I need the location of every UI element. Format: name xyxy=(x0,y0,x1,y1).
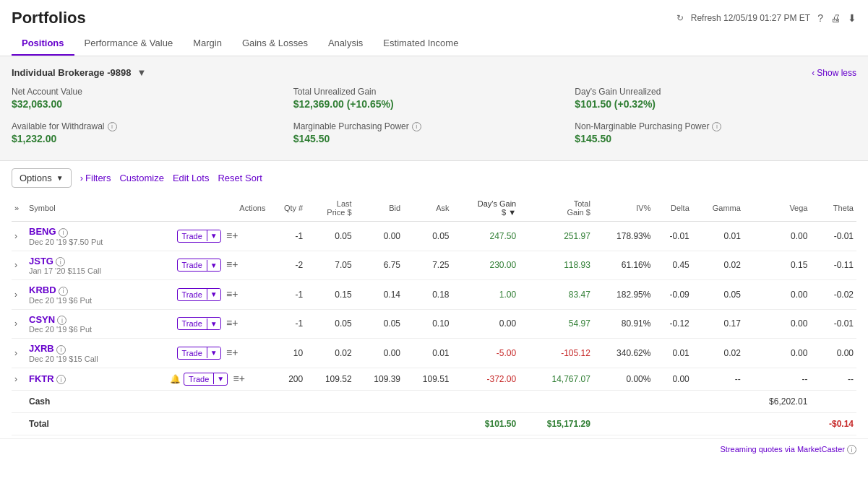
row-expand-btn[interactable]: › xyxy=(12,368,26,390)
gamma-cell: 0.02 xyxy=(692,339,744,368)
cash-expand xyxy=(12,390,26,412)
gamma-cell: 0.17 xyxy=(692,309,744,339)
bid-cell: 0.00 xyxy=(355,222,403,251)
symbol-name[interactable]: KRBD xyxy=(29,285,56,295)
add-order-icon[interactable]: ≡+ xyxy=(233,373,245,384)
help-icon[interactable]: ? xyxy=(817,12,823,24)
col-header-qty: Qty # xyxy=(268,195,306,222)
nav-tab-gains[interactable]: Gains & Losses xyxy=(232,32,318,56)
reset-sort-button[interactable]: Reset Sort xyxy=(218,173,262,183)
row-expand-btn[interactable]: › xyxy=(12,251,26,280)
metric-info-icon-withdrawal[interactable]: i xyxy=(108,122,117,131)
row-expand-btn[interactable]: › xyxy=(12,309,26,339)
nav-tab-income[interactable]: Estimated Income xyxy=(373,32,468,56)
add-order-icon[interactable]: ≡+ xyxy=(226,230,238,241)
total-expand xyxy=(12,412,26,435)
download-icon[interactable]: ⬇ xyxy=(848,12,856,24)
symbol-info-icon[interactable]: i xyxy=(56,257,65,266)
symbol-name[interactable]: JSTG xyxy=(29,256,53,266)
delta-cell: 0.00 xyxy=(653,368,692,390)
cash-tg xyxy=(519,390,593,412)
trade-button[interactable]: Trade▼ xyxy=(177,288,221,301)
footer-info-icon[interactable]: i xyxy=(847,445,856,454)
nav-tab-margin[interactable]: Margin xyxy=(183,32,232,56)
trade-button[interactable]: Trade▼ xyxy=(177,230,221,243)
footer-label[interactable]: Streaming quotes via MarketCaster xyxy=(721,445,845,454)
iv-cell: 61.16% xyxy=(593,251,654,280)
metric-marginable: Marginable Purchasing Poweri$145.50 xyxy=(293,121,575,144)
ask-cell: 0.01 xyxy=(403,339,452,368)
add-order-icon[interactable]: ≡+ xyxy=(226,259,238,270)
metric-withdrawal: Available for Withdrawali$1,232.00 xyxy=(12,121,293,144)
ask-cell: 0.18 xyxy=(403,280,452,310)
trade-button[interactable]: Trade▼ xyxy=(177,317,221,330)
metric-value-nav: $32,063.00 xyxy=(12,98,279,110)
nav-tab-positions[interactable]: Positions xyxy=(12,32,74,56)
total-dg: $101.50 xyxy=(452,412,519,435)
add-order-icon[interactable]: ≡+ xyxy=(226,347,238,358)
filters-button[interactable]: › Filters xyxy=(80,173,111,183)
theta-cell: -0.11 xyxy=(810,251,856,280)
symbol-info-icon[interactable]: i xyxy=(57,316,66,325)
edit-lots-button[interactable]: Edit Lots xyxy=(173,173,210,183)
show-less-button[interactable]: Show less xyxy=(817,68,856,78)
nav-tab-performance[interactable]: Performance & Value xyxy=(74,32,184,56)
add-order-icon[interactable]: ≡+ xyxy=(226,317,238,329)
trade-button[interactable]: Trade▼ xyxy=(177,259,221,272)
symbol-name[interactable]: BENG xyxy=(29,226,56,237)
cash-dg xyxy=(452,390,519,412)
delta-cell: -0.12 xyxy=(653,309,692,339)
trade-button[interactable]: Trade▼ xyxy=(184,373,228,386)
row-expand-btn[interactable]: › xyxy=(12,280,26,310)
ask-cell: 0.05 xyxy=(403,222,452,251)
gamma-cell: 0.05 xyxy=(692,280,744,310)
row-expand-btn[interactable]: › xyxy=(12,222,26,251)
trade-button[interactable]: Trade▼ xyxy=(177,347,221,360)
metric-info-icon-marginable[interactable]: i xyxy=(412,122,421,131)
symbol-name[interactable]: FKTR xyxy=(29,373,54,384)
metric-label-marginable: Marginable Purchasing Poweri xyxy=(293,121,561,131)
add-order-icon[interactable]: ≡+ xyxy=(226,288,238,300)
total-ask xyxy=(403,412,452,435)
vega-cell: 0.00 xyxy=(744,222,811,251)
days-gain-cell: -5.00 xyxy=(452,339,519,368)
iv-cell: 182.95% xyxy=(593,280,654,310)
bid-cell: 0.00 xyxy=(355,339,403,368)
table-row: ›JSTG iJan 17 '20 $115 CallTrade▼ ≡+-27.… xyxy=(12,251,856,280)
total-qty xyxy=(268,412,306,435)
col-header-actions: Actions xyxy=(147,195,269,222)
actions-cell: 🔔Trade▼ ≡+ xyxy=(147,368,269,390)
cash-row: Cash $6,202.01 xyxy=(12,390,856,412)
row-expand-btn[interactable]: › xyxy=(12,339,26,368)
print-icon[interactable]: 🖨 xyxy=(830,12,841,24)
options-select[interactable]: Options ▼ xyxy=(12,168,72,188)
symbol-info-icon[interactable]: i xyxy=(56,345,66,355)
bid-cell: 0.14 xyxy=(355,280,403,310)
last-price-cell: 0.02 xyxy=(306,339,354,368)
symbol-info-icon[interactable]: i xyxy=(59,287,68,296)
total-tg: $15,171.29 xyxy=(519,412,593,435)
metric-label-unrealized: Total Unrealized Gain xyxy=(293,87,561,97)
qty-cell: -1 xyxy=(268,309,306,339)
delta-cell: 0.45 xyxy=(653,251,692,280)
symbol-name[interactable]: CSYN xyxy=(29,314,55,325)
symbol-info-icon[interactable]: i xyxy=(56,375,66,384)
symbol-info-icon[interactable]: i xyxy=(59,228,68,238)
nav-tab-analysis[interactable]: Analysis xyxy=(318,32,373,56)
gamma-cell: 0.02 xyxy=(692,251,744,280)
col-header-ask: Ask xyxy=(403,195,452,222)
metric-info-icon-non_marginable[interactable]: i xyxy=(712,122,721,131)
cash-ask xyxy=(403,390,452,412)
customize-button[interactable]: Customize xyxy=(119,173,163,183)
account-chevron-icon[interactable]: ▼ xyxy=(137,67,146,78)
symbol-name[interactable]: JXRB xyxy=(29,343,54,354)
metric-label-withdrawal: Available for Withdrawali xyxy=(12,121,279,131)
qty-cell: 200 xyxy=(268,368,306,390)
options-label: Options xyxy=(20,173,52,183)
iv-cell: 340.62% xyxy=(593,339,654,368)
metric-days_gain: Day's Gain Unrealized$101.50 (+0.32%) xyxy=(575,87,856,110)
refresh-label[interactable]: Refresh 12/05/19 01:27 PM ET xyxy=(691,13,810,23)
bell-icon[interactable]: 🔔 xyxy=(170,374,181,384)
account-section: Individual Brokerage -9898 ▼ ‹ Show less… xyxy=(0,56,868,161)
col-header-days_gain[interactable]: Day's Gain$ ▼ xyxy=(452,195,519,222)
